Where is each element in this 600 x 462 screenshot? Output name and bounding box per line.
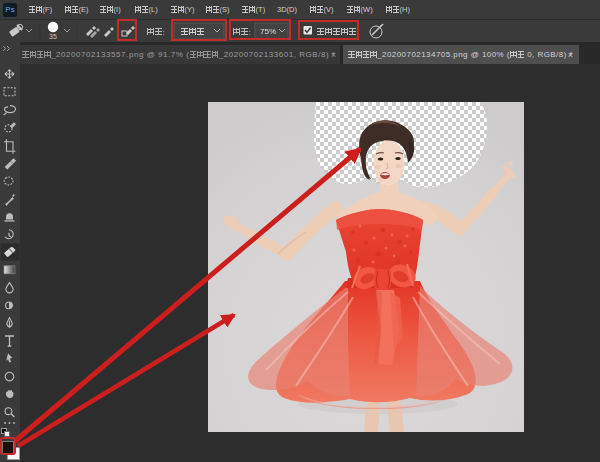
svg-text:35: 35 <box>49 33 57 40</box>
